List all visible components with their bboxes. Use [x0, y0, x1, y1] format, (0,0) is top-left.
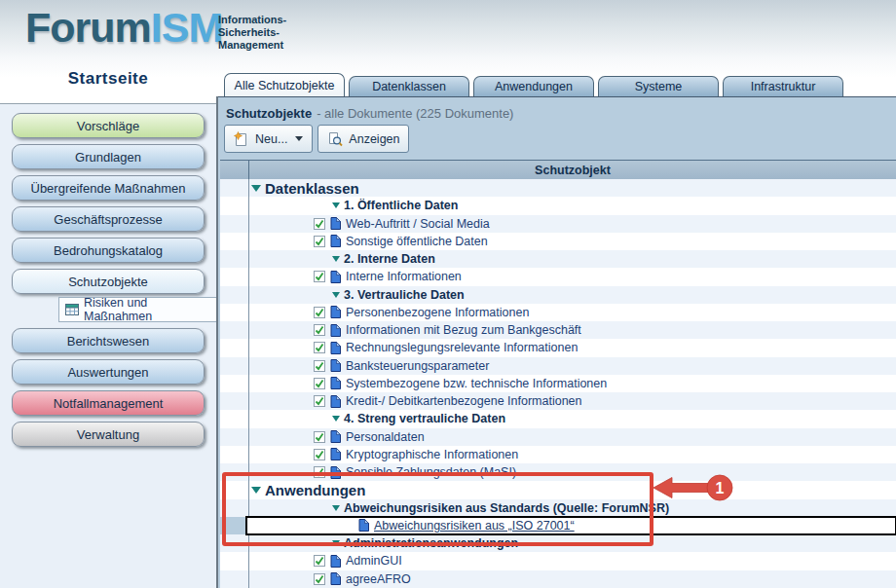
sidebar-item-0[interactable]: Vorschläge — [12, 113, 205, 138]
tree-row[interactable]: Sensible Zahlungsdaten (MaSI) — [220, 463, 896, 481]
sidebar-item-label: Grundlagen — [75, 150, 141, 165]
tab-bar: Alle SchutzobjekteDatenklassenAnwendunge… — [224, 73, 847, 96]
tree-row[interactable]: Abweichungsrisiken aus Standards (Quelle… — [220, 499, 896, 517]
collapse-triangle-icon[interactable] — [332, 505, 340, 511]
document-icon — [330, 555, 341, 568]
tree-row-label: Rechnungslegungsrelevante Informationen — [346, 341, 578, 354]
view-title-main: Schutzobjekte — [226, 106, 312, 121]
home-heading: Startseite — [0, 69, 216, 89]
checked-icon — [314, 555, 325, 567]
tree-row[interactable]: 2. Interne Daten — [220, 250, 896, 268]
app-logo: ForumISM — [25, 4, 222, 52]
document-icon — [330, 466, 341, 479]
tree-row-label: Abweichungsrisiken aus „ISO 27001“ — [374, 519, 575, 533]
tree-row[interactable]: Rechnungslegungsrelevante Informationen — [220, 339, 896, 356]
tab-3[interactable]: Systeme — [598, 76, 719, 96]
tree-row[interactable]: AdminGUI — [220, 552, 896, 570]
collapse-triangle-icon[interactable] — [251, 487, 261, 494]
tree-row-label: 3. Vertrauliche Daten — [344, 288, 465, 302]
tab-0[interactable]: Alle Schutzobjekte — [224, 73, 345, 96]
tree-row-label: Sonstige öffentliche Daten — [346, 235, 488, 248]
new-button[interactable]: Neu... — [224, 125, 313, 153]
document-icon — [330, 342, 341, 354]
view-title: Schutzobjekte- alle Dokumente (225 Dokum… — [226, 106, 513, 121]
collapse-triangle-icon[interactable] — [332, 202, 340, 208]
tree-row-label: agreeAFRO — [346, 572, 411, 586]
checked-icon — [314, 342, 325, 353]
document-icon — [330, 377, 341, 389]
tree-row[interactable]: 3. Vertrauliche Daten — [220, 286, 896, 304]
show-button[interactable]: Anzeigen — [317, 125, 409, 153]
tree-row-label: Personaldaten — [346, 430, 425, 444]
sidebar-subitem-6[interactable]: Risiken und Maßnahmen — [58, 297, 218, 322]
tree-row[interactable]: Informationen mit Bezug zum Bankgeschäft — [220, 321, 896, 339]
tree-row-label: Kryptographische Informationen — [346, 448, 518, 461]
tree-row[interactable]: 1. Öffentliche Daten — [220, 197, 896, 214]
tree-row-label: 2. Interne Daten — [344, 252, 435, 266]
sidebar-item-label: Auswertungen — [67, 365, 148, 380]
checked-icon — [314, 466, 325, 478]
tab-1[interactable]: Datenklassen — [349, 76, 469, 96]
tree-row[interactable]: Kryptographische Informationen — [220, 446, 896, 463]
document-icon — [330, 572, 341, 585]
collapse-triangle-icon[interactable] — [332, 416, 340, 422]
sidebar-item-label: Geschäftsprozesse — [54, 212, 162, 227]
tree-row-label: Informationen mit Bezug zum Bankgeschäft — [346, 323, 581, 337]
checked-icon — [314, 324, 325, 336]
sidebar-item-label: Notfallmanagement — [54, 396, 164, 411]
tree-row[interactable]: Kredit-/ Debitkartenbezogene Information… — [220, 392, 896, 410]
tab-4[interactable]: Infrastruktur — [723, 76, 843, 96]
collapse-triangle-icon[interactable] — [332, 292, 340, 298]
document-icon — [330, 395, 341, 408]
tree-row[interactable]: Administrationsanwendungen — [220, 534, 896, 552]
sidebar-item-4[interactable]: Bedrohungskatalog — [12, 238, 205, 263]
document-icon — [358, 519, 369, 532]
sidebar-item-2[interactable]: Übergreifende Maßnahmen — [12, 175, 205, 201]
tree-row[interactable]: Web-Auftritt / Social Media — [220, 215, 896, 233]
tab-2[interactable]: Anwendungen — [473, 76, 594, 96]
logo-subtitle: Informations- Sicherheits- Management — [218, 14, 286, 52]
view-title-suffix: - alle Dokumente (225 Dokumente) — [317, 106, 513, 121]
sidebar-item-3[interactable]: Geschäftsprozesse — [12, 206, 205, 232]
tab-label: Anwendungen — [495, 80, 573, 93]
tree-row[interactable]: Banksteuerungsparameter — [220, 357, 896, 375]
tree-row[interactable]: agreeAFRO — [220, 570, 896, 588]
tree-row[interactable]: Systembezogene bzw. technische Informati… — [220, 375, 896, 392]
tree-row[interactable]: Interne Informationen — [220, 268, 896, 285]
tree-row[interactable]: Datenklassen — [220, 179, 896, 197]
document-icon — [330, 271, 341, 283]
sidebar-item-10[interactable]: Verwaltung — [12, 422, 205, 447]
tree-row[interactable]: 4. Streng vertrauliche Daten — [220, 410, 896, 427]
tree-row[interactable]: Personenbezogene Informationen — [220, 304, 896, 321]
checked-icon — [314, 271, 325, 282]
logo-subtitle-line: Sicherheits- — [218, 26, 286, 39]
toolbar: Neu... Anzeigen — [224, 125, 414, 153]
sidebar-item-7[interactable]: Berichtswesen — [12, 328, 205, 353]
collapse-triangle-icon[interactable] — [332, 256, 340, 262]
tree-row-label: Anwendungen — [265, 482, 365, 498]
column-header-schutzobjekt[interactable]: Schutzobjekt — [249, 161, 896, 179]
tab-label: Alle Schutzobjekte — [235, 79, 335, 92]
tree-row[interactable]: Anwendungen — [220, 481, 896, 498]
tree-row[interactable]: Sonstige öffentliche Daten — [220, 233, 896, 250]
sidebar-item-label: Risiken und Maßnahmen — [84, 296, 217, 323]
document-icon — [330, 448, 341, 460]
checked-icon — [314, 395, 325, 407]
sidebar-item-9[interactable]: Notfallmanagement — [12, 390, 205, 416]
document-icon — [330, 430, 341, 443]
logo-part-forum: Forum — [25, 4, 151, 51]
tree-row[interactable]: Personaldaten — [220, 428, 896, 446]
show-button-label: Anzeigen — [349, 132, 399, 146]
grid-header: Schutzobjekt — [220, 160, 896, 180]
collapse-triangle-icon[interactable] — [251, 185, 261, 192]
document-icon — [330, 235, 341, 247]
checked-icon — [314, 449, 325, 460]
tree-row-label: Kredit-/ Debitkartenbezogene Information… — [346, 394, 582, 408]
sidebar-item-1[interactable]: Grundlagen — [12, 144, 205, 169]
sidebar-item-5[interactable]: Schutzobjekte — [12, 269, 205, 294]
sidebar-item-8[interactable]: Auswertungen — [12, 359, 205, 385]
tree-row[interactable]: Abweichungsrisiken aus „ISO 27001“ — [246, 517, 896, 534]
collapse-triangle-icon[interactable] — [332, 540, 340, 546]
preview-icon — [327, 131, 343, 147]
tree-rows: Datenklassen1. Öffentliche DatenWeb-Auft… — [220, 179, 896, 588]
